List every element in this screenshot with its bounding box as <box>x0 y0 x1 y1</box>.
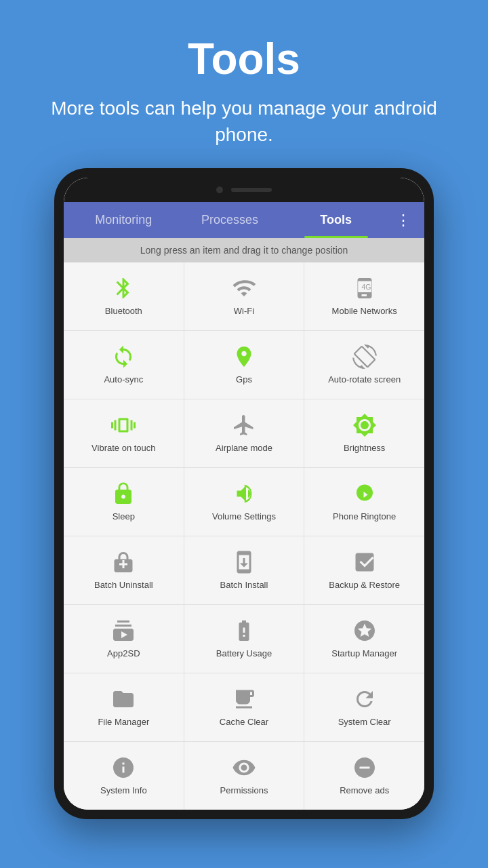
page-subtitle: More tools can help you manage your andr… <box>27 95 461 148</box>
phone-screen: Monitoring Processes Tools ⋮ Long press … <box>64 178 424 810</box>
airplane-label: Airplane mode <box>216 443 272 454</box>
tool-auto-sync[interactable]: Auto-sync <box>64 331 184 399</box>
auto-rotate-icon <box>352 344 377 369</box>
tool-bluetooth[interactable]: Bluetooth <box>64 262 184 330</box>
tab-monitoring[interactable]: Monitoring <box>70 202 177 238</box>
vibrate-icon <box>111 413 136 437</box>
menu-button[interactable]: ⋮ <box>389 205 418 236</box>
cache-clear-icon <box>232 687 256 711</box>
tool-system-info[interactable]: System Info <box>64 742 184 810</box>
tool-wifi[interactable]: Wi-Fi <box>184 262 304 330</box>
page-title: Tools <box>27 34 461 84</box>
auto-rotate-label: Auto-rotate screen <box>328 374 401 386</box>
drag-hint-text: Long press an item and drag it to change… <box>64 238 424 262</box>
tool-airplane[interactable]: Airplane mode <box>184 399 304 467</box>
file-manager-icon <box>111 687 136 711</box>
bluetooth-icon <box>111 276 136 300</box>
wifi-label: Wi-Fi <box>234 306 254 317</box>
bluetooth-label: Bluetooth <box>105 306 142 317</box>
tool-permissions[interactable]: Permissions <box>184 742 304 810</box>
tool-file-manager[interactable]: File Manager <box>64 673 184 741</box>
app2sd-label: App2SD <box>107 648 140 660</box>
tool-mobile-networks[interactable]: 4G Mobile Networks <box>304 262 424 330</box>
tool-volume[interactable]: Volume Settings <box>184 468 304 536</box>
batch-uninstall-icon <box>111 550 136 574</box>
permissions-icon <box>232 755 256 780</box>
volume-label: Volume Settings <box>212 511 276 523</box>
battery-icon <box>232 618 256 643</box>
tab-processes[interactable]: Processes <box>177 202 283 238</box>
sleep-label: Sleep <box>113 511 135 523</box>
tools-grid: Bluetooth Wi-Fi 4G Mobile Networks <box>64 262 424 810</box>
mobile-networks-icon: 4G <box>352 276 377 300</box>
tool-gps[interactable]: Gps <box>184 331 304 399</box>
battery-label: Battery Usage <box>216 648 272 660</box>
system-info-icon <box>111 755 136 780</box>
tab-bar: Monitoring Processes Tools ⋮ <box>64 202 424 238</box>
wifi-icon <box>232 276 256 300</box>
backup-icon <box>352 550 377 574</box>
ringtone-label: Phone Ringtone <box>333 511 396 523</box>
brightness-icon <box>352 413 377 437</box>
tool-ringtone[interactable]: Phone Ringtone <box>304 468 424 536</box>
tool-startup[interactable]: Startup Manager <box>304 605 424 673</box>
app2sd-icon <box>111 618 136 643</box>
mobile-networks-label: Mobile Networks <box>332 306 397 317</box>
svg-text:4G: 4G <box>361 282 371 290</box>
airplane-icon <box>232 413 256 437</box>
tool-auto-rotate[interactable]: Auto-rotate screen <box>304 331 424 399</box>
startup-icon <box>352 618 377 643</box>
tool-vibrate[interactable]: Vibrate on touch <box>64 399 184 467</box>
phone-camera <box>216 186 223 193</box>
phone-speaker <box>231 188 272 192</box>
auto-sync-label: Auto-sync <box>104 374 143 386</box>
auto-sync-icon <box>111 344 136 369</box>
phone-frame: Monitoring Processes Tools ⋮ Long press … <box>54 168 434 819</box>
system-info-label: System Info <box>100 785 147 797</box>
system-clear-label: System Clear <box>338 717 391 728</box>
tool-cache-clear[interactable]: Cache Clear <box>184 673 304 741</box>
tool-batch-uninstall[interactable]: Batch Uninstall <box>64 536 184 604</box>
tool-app2sd[interactable]: App2SD <box>64 605 184 673</box>
page-header: Tools More tools can help you manage you… <box>0 0 488 168</box>
gps-icon <box>232 344 256 369</box>
phone-notch <box>64 178 424 202</box>
tool-remove-ads[interactable]: Remove ads <box>304 742 424 810</box>
brightness-label: Brightness <box>344 443 385 454</box>
tool-sleep[interactable]: Sleep <box>64 468 184 536</box>
gps-label: Gps <box>236 374 252 386</box>
file-manager-label: File Manager <box>98 717 149 728</box>
tool-system-clear[interactable]: System Clear <box>304 673 424 741</box>
tab-tools[interactable]: Tools <box>283 202 389 238</box>
tool-brightness[interactable]: Brightness <box>304 399 424 467</box>
permissions-label: Permissions <box>220 785 268 797</box>
tool-battery[interactable]: Battery Usage <box>184 605 304 673</box>
sleep-icon <box>111 481 136 506</box>
system-clear-icon <box>352 687 377 711</box>
startup-label: Startup Manager <box>331 648 397 660</box>
tool-batch-install[interactable]: Batch Install <box>184 536 304 604</box>
volume-icon <box>232 481 256 506</box>
batch-install-label: Batch Install <box>220 580 268 591</box>
cache-clear-label: Cache Clear <box>220 717 268 728</box>
backup-label: Backup & Restore <box>329 580 400 591</box>
vibrate-label: Vibrate on touch <box>92 443 155 454</box>
remove-ads-icon <box>352 755 377 780</box>
batch-install-icon <box>232 550 256 574</box>
batch-uninstall-label: Batch Uninstall <box>94 580 153 591</box>
tool-backup[interactable]: Backup & Restore <box>304 536 424 604</box>
ringtone-icon <box>352 481 377 506</box>
app-header: Monitoring Processes Tools ⋮ <box>64 202 424 238</box>
remove-ads-label: Remove ads <box>340 785 389 797</box>
